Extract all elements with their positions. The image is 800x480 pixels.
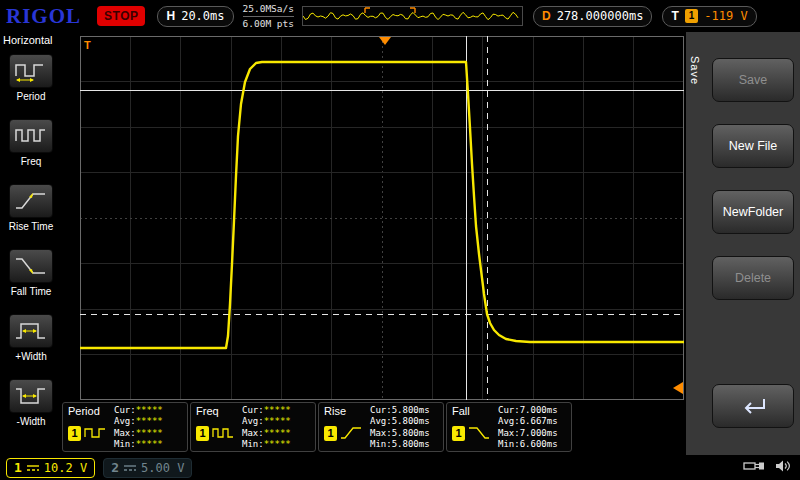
cur-value: ***** (264, 405, 291, 415)
stat-line: Cur:7.000ms (498, 405, 568, 416)
trigger-level-value: -119 V (704, 9, 747, 23)
stat-line: Max:***** (242, 428, 312, 439)
timebase-readout[interactable]: H 20.0ms (157, 6, 233, 27)
avg-label: Avg: (242, 416, 264, 426)
measurement-values: Cur:***** Avg:***** Max:***** Min:***** (114, 405, 184, 449)
dc-coupling-icon (26, 463, 40, 473)
stat-line: Avg:***** (242, 416, 312, 427)
min-value: 5.800ms (392, 439, 430, 449)
channel-1-scale: 10.2 V (44, 461, 87, 475)
stat-line: Max:7.000ms (498, 428, 568, 439)
status-bar: RIGOL STOP H 20.0ms 25.0MSa/s 6.00M pts … (0, 0, 800, 32)
menu-item-label: Period (0, 91, 62, 102)
menu-item-label: -Width (0, 416, 62, 427)
menu-item-fall-time[interactable]: Fall Time (0, 243, 62, 308)
measurement-fall: Fall 1 Cur:7.000ms Avg:6.667ms Max:7.000… (446, 402, 572, 452)
measurement-name: Rise (324, 405, 370, 417)
min-value: 6.600ms (520, 439, 558, 449)
menu-item-label: Fall Time (0, 286, 62, 297)
new-file-button[interactable]: New File (712, 124, 794, 168)
avg-value: 6.667ms (520, 416, 558, 426)
save-soft-menu: Save Save New File NewFolder Delete (686, 32, 800, 455)
stat-line: Max:5.800ms (370, 428, 440, 439)
menu-item-label: +Width (0, 351, 62, 362)
stat-line: Max:***** (114, 428, 184, 439)
channel-badge: 1 (196, 426, 209, 441)
freq-icon (9, 119, 53, 153)
rise-time-icon (9, 184, 53, 218)
min-label: Min: (498, 439, 520, 449)
delete-button[interactable]: Delete (712, 256, 794, 300)
acquisition-info: 25.0MSa/s 6.00M pts (243, 3, 294, 29)
min-label: Min: (370, 439, 392, 449)
stat-line: Min:6.600ms (498, 439, 568, 450)
ch1-waveform-trace (80, 62, 684, 348)
max-value: 5.800ms (392, 428, 430, 438)
new-folder-button[interactable]: NewFolder (712, 190, 794, 234)
menu-item-freq[interactable]: Freq (0, 113, 62, 178)
menu-item-period[interactable]: Period (0, 48, 62, 113)
channel-status-bar: 1 10.2 V 2 5.00 V (0, 455, 800, 480)
oscilloscope-screen: RIGOL STOP H 20.0ms 25.0MSa/s 6.00M pts … (0, 0, 800, 480)
save-button[interactable]: Save (712, 58, 794, 102)
cur-label: Cur: (498, 405, 520, 415)
minus-width-icon (9, 379, 53, 413)
menu-item-label: Rise Time (0, 221, 62, 232)
period-icon (9, 54, 53, 88)
max-label: Max: (114, 428, 136, 438)
measurement-values: Cur:***** Avg:***** Max:***** Min:***** (242, 405, 312, 449)
cur-label: Cur: (242, 405, 264, 415)
period-glyph-icon (84, 425, 106, 441)
measure-category-title[interactable]: Horizontal (0, 32, 62, 48)
stat-line: Cur:5.800ms (370, 405, 440, 416)
measurement-name: Freq (196, 405, 242, 417)
channel-1-status[interactable]: 1 10.2 V (6, 458, 95, 478)
menu-item-rise-time[interactable]: Rise Time (0, 178, 62, 243)
return-arrow-icon (738, 396, 768, 416)
min-value: ***** (136, 439, 163, 449)
max-label: Max: (498, 428, 520, 438)
measurement-period: Period 1 Cur:***** Avg:***** Max:***** M… (62, 402, 188, 452)
cur-value: 5.800ms (392, 405, 430, 415)
trigger-readout[interactable]: T 1 -119 V (662, 6, 756, 27)
avg-label: Avg: (498, 416, 520, 426)
channel-2-scale: 5.00 V (141, 461, 184, 475)
avg-value: 5.800ms (392, 416, 430, 426)
menu-item-plus-width[interactable]: +Width (0, 308, 62, 373)
stat-line: Cur:***** (114, 405, 184, 416)
measurement-name: Period (68, 405, 114, 417)
stat-line: Min:***** (242, 439, 312, 450)
fall-glyph-icon (468, 425, 490, 441)
timebase-value: 20.0ms (181, 9, 224, 23)
fall-time-icon (9, 249, 53, 283)
channel-1-label: 1 (14, 460, 22, 475)
measurement-freq: Freq 1 Cur:***** Avg:***** Max:***** Min… (190, 402, 316, 452)
graticule (80, 36, 684, 400)
menu-item-minus-width[interactable]: -Width (0, 373, 62, 438)
trigger-source-badge: 1 (685, 9, 699, 23)
stat-line: Avg:***** (114, 416, 184, 427)
cur-value: 7.000ms (520, 405, 558, 415)
preview-wave (303, 12, 518, 19)
avg-value: ***** (264, 416, 291, 426)
avg-label: Avg: (114, 416, 136, 426)
waveform-display: T (80, 36, 684, 400)
trigger-position-marker (379, 37, 391, 45)
memory-waveform-preview (302, 6, 523, 26)
avg-value: ***** (136, 416, 163, 426)
system-icons (743, 459, 792, 473)
run-state-badge[interactable]: STOP (97, 6, 145, 26)
delay-readout[interactable]: D 278.000000ms (533, 6, 652, 27)
stat-line: Min:5.800ms (370, 439, 440, 450)
memory-depth: 6.00M pts (243, 18, 294, 29)
max-label: Max: (370, 428, 392, 438)
cur-label: Cur: (114, 405, 136, 415)
channel-2-status[interactable]: 2 5.00 V (103, 458, 192, 478)
avg-label: Avg: (370, 416, 392, 426)
rigol-logo: RIGOL (6, 4, 81, 29)
min-label: Min: (114, 439, 136, 449)
speaker-icon (775, 459, 792, 473)
back-button[interactable] (712, 384, 794, 428)
freq-glyph-icon (212, 425, 234, 441)
menu-item-label: Freq (0, 156, 62, 167)
